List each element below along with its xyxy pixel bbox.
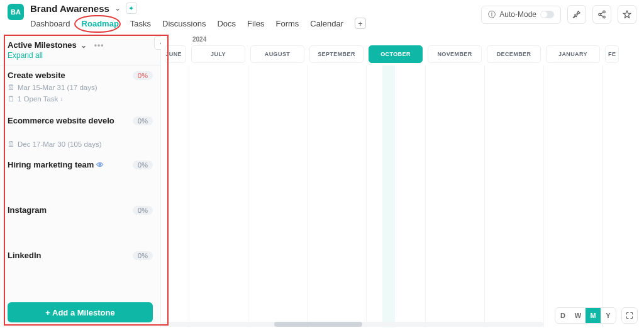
year-label: 2024 — [192, 36, 206, 43]
more-icon[interactable]: ••• — [94, 41, 104, 50]
month-cell[interactable]: JANUARY — [546, 45, 600, 63]
tab-discussions[interactable]: Discussions — [162, 19, 206, 28]
month-cell[interactable]: JUNE — [165, 45, 186, 63]
milestone-title: LinkedIn — [8, 251, 41, 260]
milestone-title: Hiring marketing team 👁 — [8, 160, 104, 169]
pin-button[interactable] — [567, 5, 586, 24]
tab-tasks[interactable]: Tasks — [130, 19, 151, 28]
tab-roadmap-label: Roadmap — [82, 19, 119, 28]
current-month-highlight — [382, 65, 395, 327]
month-cell[interactable]: DECEMBER — [487, 45, 541, 63]
milestone-dates: Mar 15-Mar 31 (17 days) — [18, 84, 97, 91]
pin-icon — [572, 10, 581, 19]
sparkle-icon[interactable]: ✦ — [126, 3, 137, 14]
scrollbar-thumb[interactable] — [274, 322, 362, 327]
milestone-item[interactable]: Instagram 0% — [0, 200, 160, 246]
month-cell[interactable]: JULY — [191, 45, 245, 63]
share-icon — [597, 10, 606, 19]
milestone-open-tasks[interactable]: 1 Open Task — [18, 95, 58, 103]
sidebar-header: Active Milestones ⌄ ••• Expand all — [0, 34, 160, 65]
milestone-sidebar: ‹ Active Milestones ⌄ ••• Expand all Cre… — [0, 34, 161, 327]
milestone-title: Create website — [8, 71, 65, 80]
add-tab-button[interactable]: + — [355, 18, 366, 29]
header-left: BA Brand Awareness ⌄ ✦ Dashboard Roadmap… — [8, 3, 366, 29]
fullscreen-button[interactable] — [621, 307, 638, 324]
sidebar-heading[interactable]: Active Milestones — [8, 40, 77, 50]
progress-pill: 0% — [133, 251, 153, 260]
zoom-day[interactable]: D — [555, 308, 570, 323]
month-cell[interactable]: NOVEMBER — [428, 45, 482, 63]
progress-pill: 0% — [133, 206, 153, 215]
svg-point-1 — [599, 13, 601, 16]
add-milestone-button[interactable]: + Add a Milestone — [8, 302, 153, 322]
month-cell-active[interactable]: OCTOBER — [369, 45, 423, 63]
progress-pill: 0% — [133, 116, 153, 125]
info-icon: ⓘ — [488, 9, 496, 20]
title-row: Brand Awareness ⌄ ✦ — [30, 3, 366, 14]
month-cell[interactable]: SEPTEMBER — [309, 45, 364, 63]
milestone-title: Instagram — [8, 205, 47, 215]
progress-pill: 0% — [133, 71, 153, 80]
tab-dashboard[interactable]: Dashboard — [30, 19, 70, 28]
tab-calendar[interactable]: Calendar — [310, 19, 343, 28]
progress-pill: 0% — [133, 161, 153, 169]
milestone-dates: Dec 17-Mar 30 (105 days) — [18, 140, 102, 148]
auto-mode-label: Auto-Mode — [499, 10, 536, 19]
app-header: BA Brand Awareness ⌄ ✦ Dashboard Roadmap… — [0, 0, 644, 31]
milestone-item[interactable]: Create website 0% 🗓Mar 15-Mar 31 (17 day… — [0, 65, 160, 111]
nav-tabs: Dashboard Roadmap Tasks Discussions Docs… — [30, 18, 366, 29]
auto-mode-toggle[interactable]: ⓘ Auto-Mode — [481, 6, 561, 24]
title-block: Brand Awareness ⌄ ✦ Dashboard Roadmap Ta… — [30, 3, 366, 29]
switch-icon[interactable] — [540, 11, 554, 18]
milestone-item[interactable]: LinkedIn 0% — [0, 246, 160, 282]
task-icon: 🗒 — [8, 95, 15, 103]
chevron-down-icon[interactable]: ⌄ — [80, 41, 87, 50]
eye-icon: 👁 — [96, 161, 104, 169]
calendar-icon: 🗓 — [8, 84, 15, 91]
zoom-year[interactable]: Y — [601, 308, 616, 323]
fullscreen-icon — [626, 312, 633, 319]
chevron-right-icon: › — [60, 96, 62, 103]
zoom-week[interactable]: W — [570, 308, 586, 323]
zoom-month[interactable]: M — [586, 308, 601, 323]
chevron-down-icon[interactable]: ⌄ — [114, 4, 121, 13]
share-button[interactable] — [592, 5, 611, 24]
project-avatar[interactable]: BA — [8, 4, 24, 20]
tab-roadmap[interactable]: Roadmap — [82, 19, 119, 28]
month-cell[interactable]: FE — [605, 45, 619, 63]
expand-all-link[interactable]: Expand all — [8, 51, 153, 60]
tab-docs[interactable]: Docs — [217, 19, 236, 28]
milestone-item[interactable]: Ecommerce website developme... 0% 🗓Dec 1… — [0, 111, 160, 155]
tab-forms[interactable]: Forms — [276, 19, 299, 28]
header-right: ⓘ Auto-Mode — [481, 5, 636, 24]
milestone-title: Ecommerce website developme... — [8, 116, 114, 125]
svg-point-0 — [603, 11, 606, 13]
milestone-item[interactable]: Hiring marketing team 👁 0% — [0, 155, 160, 200]
roadmap-timeline[interactable]: 2024 JUNE JULY AUGUST SEPTEMBER OCTOBER … — [161, 34, 644, 327]
star-icon — [623, 10, 631, 19]
project-title[interactable]: Brand Awareness — [30, 3, 109, 14]
main-area: ‹ Active Milestones ⌄ ••• Expand all Cre… — [0, 34, 644, 327]
month-cell[interactable]: AUGUST — [250, 45, 304, 63]
milestone-title-text: Hiring marketing team — [8, 160, 94, 169]
zoom-control: D W M Y — [555, 307, 616, 324]
month-header-row: JUNE JULY AUGUST SEPTEMBER OCTOBER NOVEM… — [161, 45, 644, 63]
tab-files[interactable]: Files — [247, 19, 264, 28]
star-button[interactable] — [618, 5, 636, 24]
calendar-icon: 🗓 — [8, 140, 15, 148]
timeline-grid — [161, 65, 644, 327]
svg-point-2 — [603, 16, 606, 18]
horizontal-scrollbar[interactable] — [161, 322, 543, 327]
